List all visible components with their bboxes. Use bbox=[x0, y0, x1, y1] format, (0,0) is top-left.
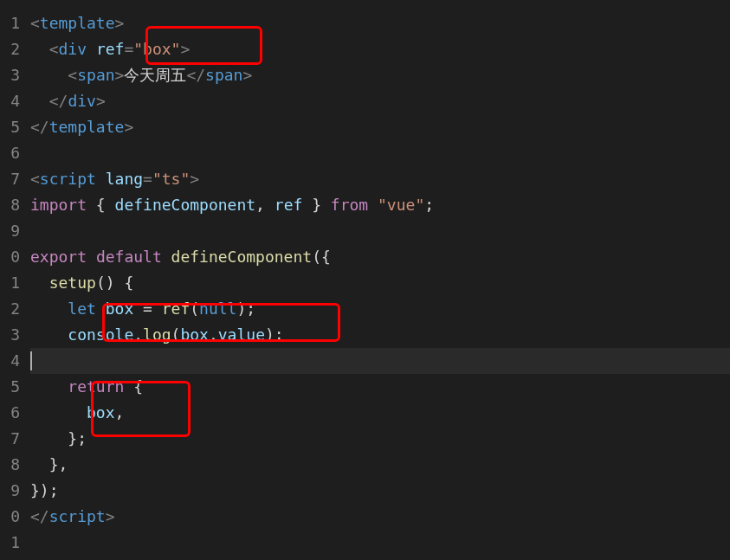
code-token: lang bbox=[106, 170, 143, 188]
line-number-gutter: 1 2 3 4 5 6 7 8 9 0 1 2 3 4 5 6 7 8 9 0 … bbox=[0, 10, 30, 560]
code-token: span bbox=[205, 66, 242, 84]
code-line[interactable]: import { defineComponent, ref } from "vu… bbox=[30, 192, 730, 218]
code-token: }; bbox=[30, 429, 87, 447]
code-line[interactable]: <script lang="ts"> bbox=[30, 166, 730, 192]
code-token: span bbox=[77, 66, 114, 84]
code-token bbox=[30, 92, 49, 110]
code-line[interactable]: <div ref="box"> bbox=[30, 36, 730, 62]
code-token: . bbox=[133, 325, 143, 344]
code-token: ( bbox=[190, 299, 199, 318]
line-number: 5 bbox=[0, 114, 20, 140]
code-token bbox=[30, 66, 68, 84]
code-line[interactable]: }, bbox=[30, 452, 730, 478]
code-token: box bbox=[180, 325, 209, 344]
code-token bbox=[30, 299, 68, 318]
line-number: 0 bbox=[0, 244, 20, 270]
code-token: < bbox=[49, 40, 59, 58]
code-token: </ bbox=[30, 507, 49, 525]
code-line[interactable]: }); bbox=[30, 478, 730, 504]
code-token: div bbox=[68, 92, 96, 110]
line-number: 1 bbox=[0, 10, 20, 36]
code-token: } bbox=[302, 196, 331, 214]
code-token: }); bbox=[30, 481, 59, 499]
code-token: , bbox=[255, 196, 275, 214]
code-area[interactable]: <template> <div ref="box"> <span>今天周五</s… bbox=[30, 10, 730, 560]
code-token bbox=[30, 325, 68, 344]
code-token bbox=[162, 248, 171, 266]
line-number: 2 bbox=[0, 36, 20, 62]
line-number: 9 bbox=[0, 218, 20, 244]
code-line[interactable]: export default defineComponent({ bbox=[30, 244, 730, 270]
code-token: defineComponent bbox=[171, 248, 313, 266]
code-token: > bbox=[180, 40, 190, 58]
line-number: 7 bbox=[0, 426, 20, 452]
code-line[interactable] bbox=[30, 218, 730, 244]
code-token: = bbox=[143, 170, 152, 188]
code-token: box bbox=[87, 403, 115, 422]
code-line[interactable]: console.log(box.value); bbox=[30, 322, 730, 348]
code-token: 今天周五 bbox=[124, 66, 186, 84]
code-token: </ bbox=[30, 118, 49, 136]
line-number: 9 bbox=[0, 478, 20, 504]
code-token: "vue" bbox=[378, 196, 424, 214]
code-line[interactable]: setup() { bbox=[30, 270, 730, 296]
code-token: > bbox=[115, 66, 125, 84]
code-token: console bbox=[68, 325, 133, 344]
code-token: ( bbox=[171, 325, 181, 344]
code-line[interactable]: }; bbox=[30, 426, 730, 452]
code-token bbox=[30, 40, 49, 58]
code-token: () { bbox=[96, 274, 133, 292]
code-token: template bbox=[40, 14, 115, 32]
code-token bbox=[30, 377, 68, 396]
code-token: < bbox=[30, 170, 40, 188]
code-token: log bbox=[143, 325, 171, 344]
line-number: 1 bbox=[0, 270, 20, 296]
code-token: default bbox=[96, 248, 162, 266]
text-cursor bbox=[30, 351, 32, 370]
line-number: 6 bbox=[0, 400, 20, 426]
code-token: "box" bbox=[133, 40, 180, 58]
code-token bbox=[368, 196, 378, 214]
code-token bbox=[87, 40, 96, 58]
code-line[interactable]: </div> bbox=[30, 88, 730, 114]
code-token: ; bbox=[424, 196, 434, 214]
line-number: 3 bbox=[0, 62, 20, 88]
code-token: "ts" bbox=[152, 170, 190, 188]
code-token: ref bbox=[275, 196, 303, 214]
code-token: ({ bbox=[312, 248, 331, 266]
code-token: box bbox=[106, 299, 134, 318]
code-token: return bbox=[68, 377, 124, 396]
code-token: ); bbox=[265, 325, 284, 344]
line-number: 0 bbox=[0, 504, 20, 530]
code-token: script bbox=[49, 507, 106, 525]
code-token: > bbox=[96, 92, 106, 110]
code-token: > bbox=[124, 118, 133, 136]
code-line[interactable]: box, bbox=[30, 400, 730, 426]
code-token: { bbox=[124, 377, 143, 396]
code-token: , bbox=[115, 403, 125, 422]
code-line[interactable]: <span>今天周五</span> bbox=[30, 62, 730, 88]
code-line[interactable]: return { bbox=[30, 374, 730, 400]
code-line[interactable] bbox=[30, 530, 730, 556]
code-editor[interactable]: 1 2 3 4 5 6 7 8 9 0 1 2 3 4 5 6 7 8 9 0 … bbox=[0, 0, 730, 560]
code-token: = bbox=[133, 299, 162, 318]
code-line[interactable]: </template> bbox=[30, 114, 730, 140]
line-number: 8 bbox=[0, 452, 20, 478]
code-token: setup bbox=[49, 274, 96, 292]
code-line[interactable] bbox=[30, 140, 730, 166]
code-token: < bbox=[30, 14, 40, 32]
line-number: 5 bbox=[0, 374, 20, 400]
code-line-active[interactable] bbox=[30, 348, 730, 374]
code-token bbox=[87, 248, 96, 266]
line-number: 4 bbox=[0, 88, 20, 114]
code-token: ref bbox=[96, 40, 125, 58]
code-token: }, bbox=[30, 455, 68, 473]
code-line[interactable]: let box = ref(null); bbox=[30, 296, 730, 322]
code-token: > bbox=[115, 14, 125, 32]
code-line[interactable]: <template> bbox=[30, 10, 730, 36]
code-token: template bbox=[49, 118, 125, 136]
code-token bbox=[96, 299, 106, 318]
code-line[interactable]: </script> bbox=[30, 504, 730, 530]
line-number: 3 bbox=[0, 322, 20, 348]
code-token: > bbox=[242, 66, 252, 84]
